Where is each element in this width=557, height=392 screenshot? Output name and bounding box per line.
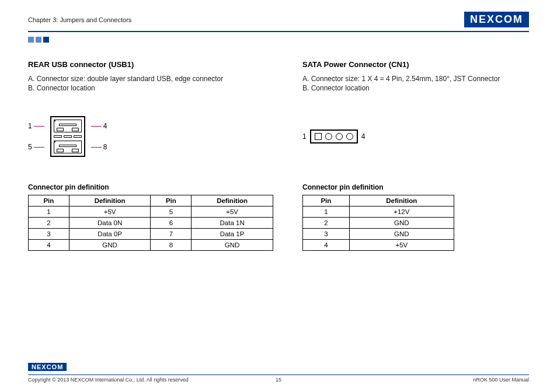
decoration-squares [28, 37, 529, 43]
table-row: 3Data 0P 7Data 1P [29, 229, 273, 240]
th-pin: Pin [303, 195, 350, 206]
usb-pin-8-label: 8 [103, 143, 107, 151]
th-def: Definition [69, 195, 151, 206]
chapter-title: Chapter 3: Jumpers and Connectors [28, 16, 131, 23]
usb-desc-b: B. Connector location [28, 84, 273, 92]
sata-pin-table: Pin Definition 1+12V 2GND 3GND 4+5V [302, 195, 454, 251]
copyright-text: Copyright © 2013 NEXCOM International Co… [28, 377, 189, 383]
usb-pin-1-label: 1 [28, 122, 32, 130]
th-pin: Pin [29, 195, 69, 206]
th-def: Definition [349, 195, 454, 206]
logo-nexcom-bottom: NEXCOM [28, 363, 67, 371]
table-row: 1+12V [303, 206, 454, 218]
table-row: 1+5V 5+5V [29, 206, 273, 218]
usb-pin-5-label: 5 [28, 143, 32, 151]
sata-desc-a: A. Connector size: 1 X 4 = 4 Pin, 2.54mm… [302, 75, 529, 83]
usb-section-title: REAR USB connector (USB1) [28, 60, 273, 69]
page-number: 15 [276, 377, 281, 383]
logo-nexcom-top: NEXCOM [464, 12, 529, 27]
footer-rule [28, 374, 529, 375]
sata-pin-1-label: 1 [302, 132, 307, 141]
usb-connector-diagram: 1 5 4 8 [28, 116, 107, 157]
sata-desc-b: B. Connector location [302, 84, 529, 92]
th-pin: Pin [151, 195, 192, 206]
usb-desc-a: A. Connector size: double layer standard… [28, 75, 273, 83]
header-rule [28, 31, 529, 32]
th-def: Definition [192, 195, 273, 206]
table-row: 4GND 8GND [29, 240, 273, 251]
usb-pin-table: Pin Definition Pin Definition 1+5V 5+5V … [28, 195, 273, 251]
usb-pin-4-label: 4 [103, 122, 107, 130]
sata-section-title: SATA Power Connector (CN1) [302, 60, 529, 69]
sata-pin-4-label: 4 [361, 132, 365, 141]
table-row: 4+5V [303, 240, 454, 251]
table-row: 2GND [303, 218, 454, 229]
usb-table-title: Connector pin definition [28, 183, 273, 191]
sata-connector-diagram: 1 4 [302, 130, 365, 144]
table-row: 3GND [303, 229, 454, 240]
manual-name: nROK 500 User Manual [473, 377, 529, 383]
sata-table-title: Connector pin definition [302, 183, 529, 191]
table-row: 2Data 0N 6Data 1N [29, 218, 273, 229]
